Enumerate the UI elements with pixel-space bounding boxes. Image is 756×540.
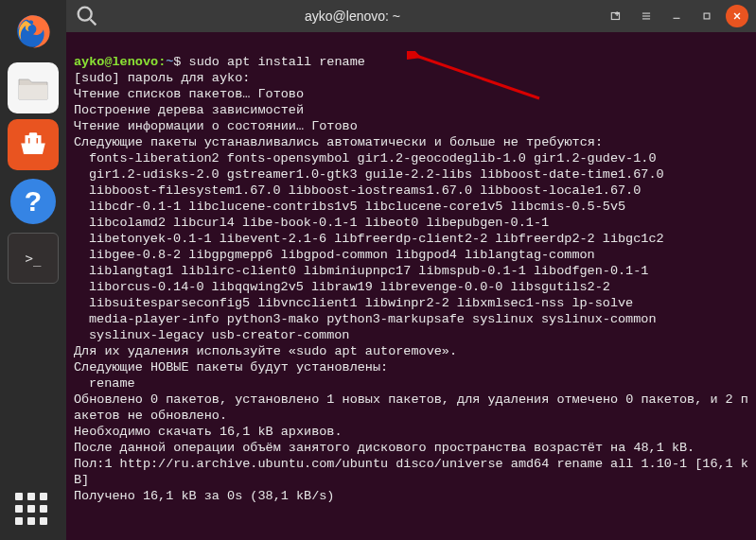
svg-rect-1 (19, 85, 47, 99)
package-list: syslinux-legacy usb-creator-common (74, 327, 748, 343)
minimize-button[interactable] (665, 5, 688, 27)
terminal-glyph: >_ (20, 247, 47, 270)
output-line: Построение дерева зависимостей (74, 103, 304, 117)
terminal-output[interactable]: ayko@lenovo:~$ sudo apt install rename [… (66, 32, 756, 540)
package-list: media-player-info python3-mako python3-m… (74, 311, 748, 327)
svg-rect-13 (704, 13, 710, 19)
apps-grid-button[interactable] (15, 493, 51, 529)
package-list: libboost-filesystem1.67.0 libboost-iostr… (74, 183, 748, 199)
terminal-icon[interactable]: >_ (8, 233, 59, 284)
package-list: liblangtag1 liblirc-client0 libminiupnpc… (74, 263, 748, 279)
package-list: libsuitesparseconfig5 libvncclient1 libw… (74, 295, 748, 311)
maximize-button[interactable] (695, 5, 718, 27)
output-line: После данной операции объём занятого дис… (74, 441, 694, 455)
ubuntu-software-icon[interactable] (8, 119, 59, 170)
package-list: liborcus-0.14-0 libqqwing2v5 libraw19 li… (74, 279, 748, 295)
menu-icon[interactable] (635, 5, 658, 27)
output-line: Обновлено 0 пакетов, установлено 1 новых… (74, 392, 748, 423)
package-list: gir1.2-udisks-2.0 gstreamer1.0-gtk3 guil… (74, 166, 748, 183)
new-package: rename (74, 375, 748, 392)
package-list: fonts-liberation2 fonts-opensymbol gir1.… (74, 150, 748, 166)
window-titlebar: ayko@lenovo: ~ (66, 0, 756, 32)
files-icon[interactable] (8, 62, 59, 113)
prompt-user-host: ayko@lenovo (74, 55, 158, 69)
output-line: Следующие пакеты устанавливались автомат… (74, 135, 603, 149)
terminal-window: ayko@lenovo: ~ ayko@lenovo:~$ sudo apt i… (66, 0, 756, 540)
svg-line-5 (91, 20, 97, 26)
svg-rect-3 (29, 132, 38, 136)
help-icon[interactable]: ? (8, 176, 59, 227)
svg-rect-2 (26, 135, 42, 145)
output-line: Пол:1 http://ru.archive.ubuntu.com/ubunt… (74, 457, 748, 487)
output-line: Получено 16,1 kB за 0s (38,1 kB/s) (74, 489, 334, 503)
package-list: libcdr-0.1-1 libclucene-contribs1v5 libc… (74, 199, 748, 215)
firefox-icon[interactable] (8, 6, 59, 57)
package-list: libcolamd2 libcurl4 libe-book-0.1-1 libe… (74, 215, 748, 231)
svg-point-4 (79, 8, 92, 21)
launcher-dock: ? >_ (0, 0, 66, 540)
package-list: libetonyek-0.1-1 libevent-2.1-6 libfreer… (74, 231, 748, 247)
output-line: Для их удаления используйте «sudo apt au… (74, 344, 457, 358)
output-line: [sudo] пароль для ayko: (74, 71, 250, 85)
command-text: sudo apt install rename (189, 55, 365, 69)
help-question-mark: ? (10, 179, 56, 224)
output-line: Необходимо скачать 16,1 kB архивов. (74, 425, 343, 439)
output-line: Чтение списков пакетов… Готово (74, 87, 304, 101)
new-tab-icon[interactable] (605, 5, 627, 27)
output-line: Следующие НОВЫЕ пакеты будут установлены… (74, 360, 388, 375)
output-line: Чтение информации о состоянии… Готово (74, 119, 358, 133)
window-title: ayko@lenovo: ~ (108, 9, 597, 24)
package-list: libgee-0.8-2 libgpgmepp6 libgpod-common … (74, 247, 748, 263)
close-button[interactable] (726, 5, 748, 27)
search-icon[interactable] (74, 5, 100, 27)
